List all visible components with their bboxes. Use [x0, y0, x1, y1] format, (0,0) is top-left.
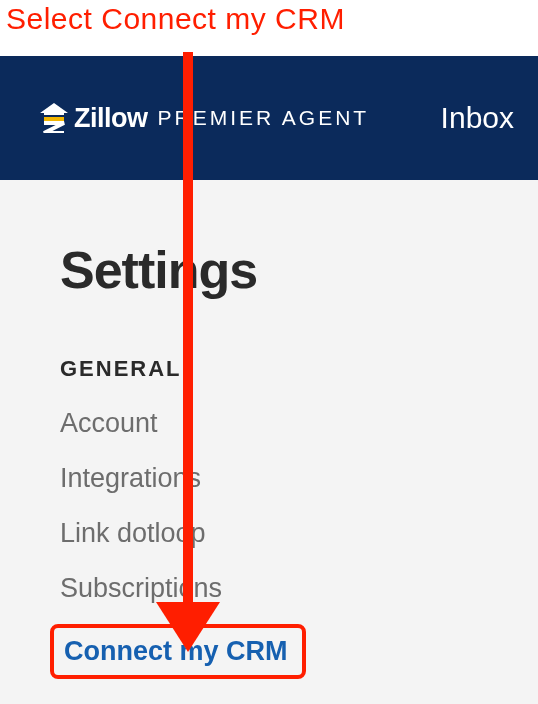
inbox-link[interactable]: Inbox [441, 101, 514, 135]
brand-block: Zillow PREMIER AGENT [40, 103, 369, 134]
svg-rect-0 [44, 117, 64, 121]
annotation-arrow-head-icon [156, 602, 220, 652]
brand-name-zillow: Zillow [74, 103, 148, 134]
settings-nav-list: Account Integrations Link dotloop Subscr… [60, 408, 538, 703]
section-label-general: GENERAL [60, 356, 538, 382]
settings-content: Settings GENERAL Account Integrations Li… [0, 180, 538, 704]
instruction-annotation: Select Connect my CRM [6, 2, 345, 36]
app-header: Zillow PREMIER AGENT Inbox [0, 56, 538, 180]
nav-item-subscriptions[interactable]: Subscriptions [60, 573, 538, 604]
page-title: Settings [60, 240, 538, 300]
nav-item-account[interactable]: Account [60, 408, 538, 439]
nav-item-integrations[interactable]: Integrations [60, 463, 538, 494]
zillow-logo-icon [40, 103, 68, 133]
annotation-arrow-shaft [183, 52, 193, 618]
nav-item-link-dotloop[interactable]: Link dotloop [60, 518, 538, 549]
